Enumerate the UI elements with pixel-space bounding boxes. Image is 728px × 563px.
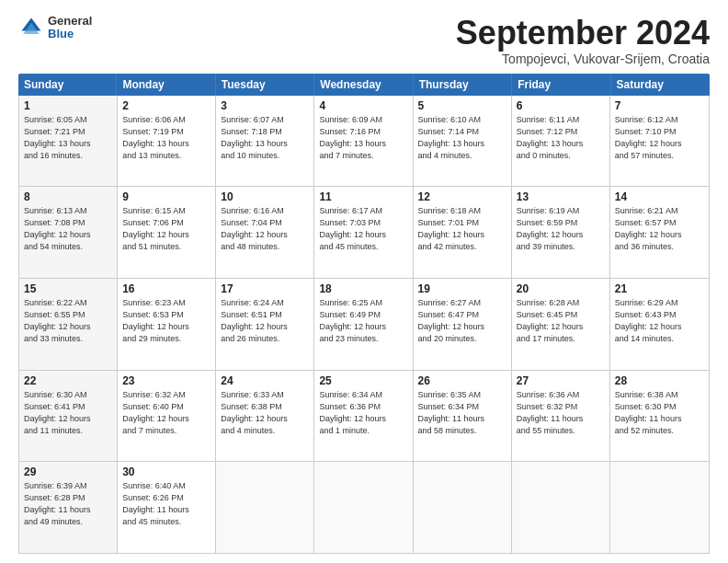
day-num: 2: [122, 99, 210, 112]
cell-text: Sunrise: 6:13 AMSunset: 7:08 PMDaylight:…: [24, 205, 112, 253]
header-friday: Friday: [512, 74, 610, 96]
day-num: 12: [418, 190, 506, 203]
day-num: 18: [319, 282, 407, 295]
page: General Blue September 2024 Tompojevci, …: [0, 0, 728, 563]
cell-w1-sat: 7 Sunrise: 6:12 AMSunset: 7:10 PMDayligh…: [610, 96, 709, 187]
cell-w1-mon: 2 Sunrise: 6:06 AMSunset: 7:19 PMDayligh…: [118, 96, 216, 187]
header-saturday: Saturday: [611, 74, 710, 96]
header-thursday: Thursday: [414, 74, 512, 96]
day-num: 4: [319, 99, 407, 112]
cell-text: Sunrise: 6:24 AMSunset: 6:51 PMDaylight:…: [221, 297, 309, 345]
day-num: 13: [517, 190, 605, 203]
day-num: 9: [122, 190, 210, 203]
day-num: 29: [24, 465, 112, 478]
cell-text: Sunrise: 6:17 AMSunset: 7:03 PMDaylight:…: [319, 205, 407, 253]
cell-text: Sunrise: 6:25 AMSunset: 6:49 PMDaylight:…: [319, 297, 407, 345]
cell-w5-sat: [610, 462, 709, 553]
cell-w3-wed: 18 Sunrise: 6:25 AMSunset: 6:49 PMDaylig…: [314, 279, 413, 370]
day-num: 15: [24, 282, 112, 295]
cell-w1-thu: 5 Sunrise: 6:10 AMSunset: 7:14 PMDayligh…: [414, 96, 512, 187]
week-1: 1 Sunrise: 6:05 AMSunset: 7:21 PMDayligh…: [19, 96, 709, 188]
cell-text: Sunrise: 6:09 AMSunset: 7:16 PMDaylight:…: [319, 114, 407, 162]
cell-w2-wed: 11 Sunrise: 6:17 AMSunset: 7:03 PMDaylig…: [314, 187, 413, 278]
cell-text: Sunrise: 6:36 AMSunset: 6:32 PMDaylight:…: [517, 389, 605, 437]
cell-w1-wed: 4 Sunrise: 6:09 AMSunset: 7:16 PMDayligh…: [314, 96, 413, 187]
day-num: 19: [418, 282, 506, 295]
day-num: 25: [319, 374, 407, 387]
day-num: 11: [319, 190, 407, 203]
cell-w4-sun: 22 Sunrise: 6:30 AMSunset: 6:41 PMDaylig…: [19, 371, 118, 462]
cell-w1-sun: 1 Sunrise: 6:05 AMSunset: 7:21 PMDayligh…: [19, 96, 118, 187]
cell-w3-mon: 16 Sunrise: 6:23 AMSunset: 6:53 PMDaylig…: [118, 279, 216, 370]
week-2: 8 Sunrise: 6:13 AMSunset: 7:08 PMDayligh…: [19, 187, 709, 279]
cell-w5-wed: [314, 462, 413, 553]
week-4: 22 Sunrise: 6:30 AMSunset: 6:41 PMDaylig…: [19, 371, 709, 463]
cell-w3-fri: 20 Sunrise: 6:28 AMSunset: 6:45 PMDaylig…: [512, 279, 610, 370]
cell-w2-thu: 12 Sunrise: 6:18 AMSunset: 7:01 PMDaylig…: [414, 187, 512, 278]
cell-text: Sunrise: 6:40 AMSunset: 6:26 PMDaylight:…: [122, 480, 210, 528]
cell-text: Sunrise: 6:19 AMSunset: 6:59 PMDaylight:…: [517, 205, 605, 253]
day-num: 24: [221, 374, 309, 387]
day-num: 8: [24, 190, 112, 203]
header-sunday: Sunday: [18, 74, 117, 96]
day-num: 5: [418, 99, 506, 112]
title-block: September 2024 Tompojevci, Vukovar-Srije…: [456, 15, 710, 66]
day-num: 1: [24, 99, 112, 112]
header-monday: Monday: [117, 74, 215, 96]
header-tuesday: Tuesday: [216, 74, 314, 96]
day-num: 22: [24, 374, 112, 387]
cell-w1-tue: 3 Sunrise: 6:07 AMSunset: 7:18 PMDayligh…: [216, 96, 314, 187]
cell-w2-tue: 10 Sunrise: 6:16 AMSunset: 7:04 PMDaylig…: [216, 187, 314, 278]
cell-w2-fri: 13 Sunrise: 6:19 AMSunset: 6:59 PMDaylig…: [512, 187, 610, 278]
cell-w1-fri: 6 Sunrise: 6:11 AMSunset: 7:12 PMDayligh…: [512, 96, 610, 187]
cell-w3-sat: 21 Sunrise: 6:29 AMSunset: 6:43 PMDaylig…: [610, 279, 709, 370]
cell-text: Sunrise: 6:30 AMSunset: 6:41 PMDaylight:…: [24, 389, 112, 437]
day-num: 14: [615, 190, 704, 203]
cell-w3-thu: 19 Sunrise: 6:27 AMSunset: 6:47 PMDaylig…: [414, 279, 512, 370]
cell-w3-sun: 15 Sunrise: 6:22 AMSunset: 6:55 PMDaylig…: [19, 279, 118, 370]
header: General Blue September 2024 Tompojevci, …: [18, 15, 710, 66]
cell-text: Sunrise: 6:10 AMSunset: 7:14 PMDaylight:…: [418, 114, 506, 162]
cell-w2-sun: 8 Sunrise: 6:13 AMSunset: 7:08 PMDayligh…: [19, 187, 118, 278]
header-wednesday: Wednesday: [314, 74, 413, 96]
cell-w4-wed: 25 Sunrise: 6:34 AMSunset: 6:36 PMDaylig…: [314, 371, 413, 462]
cell-text: Sunrise: 6:06 AMSunset: 7:19 PMDaylight:…: [122, 114, 210, 162]
cell-text: Sunrise: 6:28 AMSunset: 6:45 PMDaylight:…: [517, 297, 605, 345]
cell-text: Sunrise: 6:38 AMSunset: 6:30 PMDaylight:…: [615, 389, 704, 437]
cell-text: Sunrise: 6:23 AMSunset: 6:53 PMDaylight:…: [122, 297, 210, 345]
cell-w5-fri: [512, 462, 610, 553]
day-num: 26: [418, 374, 506, 387]
cell-text: Sunrise: 6:22 AMSunset: 6:55 PMDaylight:…: [24, 297, 112, 345]
calendar: Sunday Monday Tuesday Wednesday Thursday…: [18, 74, 710, 554]
cell-text: Sunrise: 6:34 AMSunset: 6:36 PMDaylight:…: [319, 389, 407, 437]
cell-text: Sunrise: 6:21 AMSunset: 6:57 PMDaylight:…: [615, 205, 704, 253]
cell-w5-sun: 29 Sunrise: 6:39 AMSunset: 6:28 PMDaylig…: [19, 462, 118, 553]
day-num: 3: [221, 99, 309, 112]
day-num: 7: [615, 99, 704, 112]
day-num: 6: [517, 99, 605, 112]
cell-w4-fri: 27 Sunrise: 6:36 AMSunset: 6:32 PMDaylig…: [512, 371, 610, 462]
day-num: 30: [122, 465, 210, 478]
calendar-body: 1 Sunrise: 6:05 AMSunset: 7:21 PMDayligh…: [18, 96, 710, 554]
month-title: September 2024: [456, 15, 710, 52]
cell-text: Sunrise: 6:32 AMSunset: 6:40 PMDaylight:…: [122, 389, 210, 437]
week-5: 29 Sunrise: 6:39 AMSunset: 6:28 PMDaylig…: [19, 462, 709, 553]
cell-text: Sunrise: 6:35 AMSunset: 6:34 PMDaylight:…: [418, 389, 506, 437]
cell-text: Sunrise: 6:18 AMSunset: 7:01 PMDaylight:…: [418, 205, 506, 253]
location: Tompojevci, Vukovar-Srijem, Croatia: [456, 52, 710, 66]
cell-text: Sunrise: 6:07 AMSunset: 7:18 PMDaylight:…: [221, 114, 309, 162]
cell-text: Sunrise: 6:29 AMSunset: 6:43 PMDaylight:…: [615, 297, 704, 345]
logo-general: General: [48, 15, 92, 28]
cell-text: Sunrise: 6:15 AMSunset: 7:06 PMDaylight:…: [122, 205, 210, 253]
cell-w5-tue: [216, 462, 314, 553]
day-num: 21: [615, 282, 704, 295]
logo-text: General Blue: [48, 15, 92, 41]
calendar-header: Sunday Monday Tuesday Wednesday Thursday…: [18, 74, 710, 96]
cell-text: Sunrise: 6:12 AMSunset: 7:10 PMDaylight:…: [615, 114, 704, 162]
cell-text: Sunrise: 6:05 AMSunset: 7:21 PMDaylight:…: [24, 114, 112, 162]
day-num: 27: [517, 374, 605, 387]
day-num: 23: [122, 374, 210, 387]
cell-w3-tue: 17 Sunrise: 6:24 AMSunset: 6:51 PMDaylig…: [216, 279, 314, 370]
cell-text: Sunrise: 6:27 AMSunset: 6:47 PMDaylight:…: [418, 297, 506, 345]
day-num: 16: [122, 282, 210, 295]
